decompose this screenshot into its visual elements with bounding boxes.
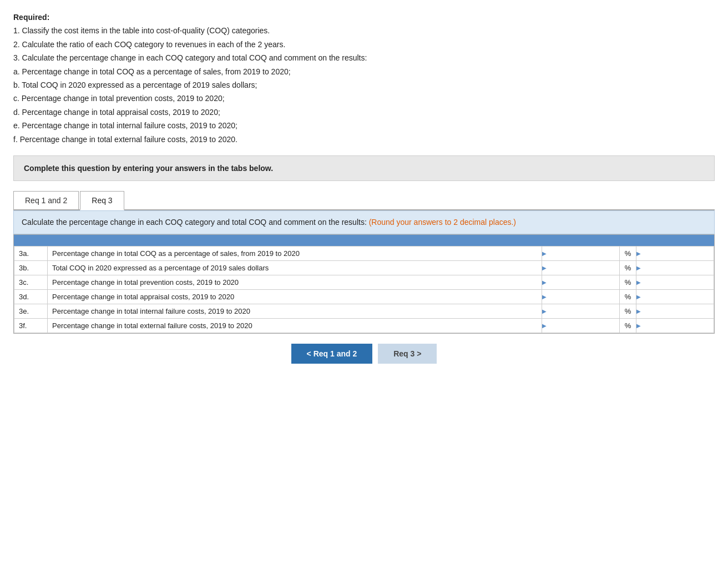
row-label-3b: 3b. bbox=[14, 260, 48, 275]
triangle-icon-3a: ▶ bbox=[542, 250, 547, 257]
row-answer-cell-3d[interactable]: ▶ bbox=[636, 289, 714, 304]
row-desc-3b: Total COQ in 2020 expressed as a percent… bbox=[48, 260, 542, 275]
required-line: a. Percentage change in total COQ as a p… bbox=[13, 66, 715, 78]
row-label-3f: 3f. bbox=[14, 318, 48, 333]
row-pct-3c: % bbox=[620, 275, 636, 289]
tabs-container: Req 1 and 2 Req 3 bbox=[13, 191, 715, 210]
row-answer-3e[interactable] bbox=[642, 305, 714, 318]
table-row: 3b. Total COQ in 2020 expressed as a per… bbox=[14, 260, 714, 275]
row-input-3a[interactable] bbox=[548, 247, 619, 260]
triangle-icon-3c: ▶ bbox=[542, 279, 547, 285]
nav-buttons: < Req 1 and 2 Req 3 > bbox=[13, 344, 715, 364]
row-input-3c[interactable] bbox=[548, 276, 619, 289]
required-line: 1. Classify the cost items in the table … bbox=[13, 24, 715, 37]
triangle-icon2-3a: ▶ bbox=[636, 250, 641, 257]
data-table: 3a. Percentage change in total COQ as a … bbox=[14, 246, 714, 333]
required-line: 3. Calculate the percentage change in ea… bbox=[13, 52, 715, 64]
table-wrapper: 3a. Percentage change in total COQ as a … bbox=[13, 234, 715, 334]
row-answer-3a[interactable] bbox=[642, 247, 714, 260]
row-label-3d: 3d. bbox=[14, 289, 48, 304]
row-answer-cell-3b[interactable]: ▶ bbox=[636, 260, 714, 275]
table-row: 3a. Percentage change in total COQ as a … bbox=[14, 246, 714, 260]
tab-req-1-and-2[interactable]: Req 1 and 2 bbox=[13, 191, 79, 209]
row-answer-3c[interactable] bbox=[642, 276, 714, 289]
required-section: Required: 1. Classify the cost items in … bbox=[13, 11, 715, 145]
required-line: 2. Calculate the ratio of each COQ categ… bbox=[13, 38, 715, 51]
row-desc-3d: Percentage change in total appraisal cos… bbox=[48, 289, 542, 304]
required-line: e. Percentage change in total internal f… bbox=[13, 119, 715, 132]
row-answer-3d[interactable] bbox=[642, 290, 714, 303]
table-row: 3e. Percentage change in total internal … bbox=[14, 304, 714, 318]
table-row: 3f. Percentage change in total external … bbox=[14, 318, 714, 333]
row-input-3f[interactable] bbox=[548, 319, 619, 332]
row-pct-3b: % bbox=[620, 260, 636, 275]
tab-req-3[interactable]: Req 3 bbox=[80, 191, 124, 210]
required-heading: Required: bbox=[13, 11, 715, 23]
prev-button[interactable]: < Req 1 and 2 bbox=[291, 344, 373, 364]
row-answer-cell-3c[interactable]: ▶ bbox=[636, 275, 714, 289]
triangle-icon2-3d: ▶ bbox=[636, 294, 641, 300]
question-note: (Round your answers to 2 decimal places.… bbox=[369, 218, 516, 227]
row-answer-cell-3e[interactable]: ▶ bbox=[636, 304, 714, 318]
row-pct-3e: % bbox=[620, 304, 636, 318]
question-text: Calculate the percentage change in each … bbox=[22, 218, 367, 227]
row-desc-3f: Percentage change in total external fail… bbox=[48, 318, 542, 333]
row-input-3d[interactable] bbox=[548, 290, 619, 303]
table-header-bar bbox=[14, 235, 714, 246]
row-desc-3a: Percentage change in total COQ as a perc… bbox=[48, 246, 542, 260]
triangle-icon-3f: ▶ bbox=[542, 323, 547, 329]
row-answer-cell-3a[interactable]: ▶ bbox=[636, 246, 714, 260]
triangle-icon-3e: ▶ bbox=[542, 308, 547, 314]
triangle-icon2-3e: ▶ bbox=[636, 308, 641, 314]
table-row: 3d. Percentage change in total appraisal… bbox=[14, 289, 714, 304]
row-input-3b[interactable] bbox=[548, 262, 619, 274]
triangle-icon2-3f: ▶ bbox=[636, 323, 641, 329]
row-input-cell-3f[interactable]: ▶ bbox=[542, 318, 620, 333]
triangle-icon2-3c: ▶ bbox=[636, 279, 641, 285]
row-input-cell-3a[interactable]: ▶ bbox=[542, 246, 620, 260]
required-line: b. Total COQ in 2020 expressed as a perc… bbox=[13, 79, 715, 91]
row-label-3a: 3a. bbox=[14, 246, 48, 260]
row-answer-cell-3f[interactable]: ▶ bbox=[636, 318, 714, 333]
row-pct-3f: % bbox=[620, 318, 636, 333]
next-button[interactable]: Req 3 > bbox=[378, 344, 437, 364]
table-row: 3c. Percentage change in total preventio… bbox=[14, 275, 714, 289]
row-answer-3f[interactable] bbox=[642, 319, 714, 332]
triangle-icon-3d: ▶ bbox=[542, 294, 547, 300]
row-label-3e: 3e. bbox=[14, 304, 48, 318]
row-input-3e[interactable] bbox=[548, 305, 619, 318]
complete-banner: Complete this question by entering your … bbox=[13, 155, 715, 181]
row-desc-3e: Percentage change in total internal fail… bbox=[48, 304, 542, 318]
row-label-3c: 3c. bbox=[14, 275, 48, 289]
row-desc-3c: Percentage change in total prevention co… bbox=[48, 275, 542, 289]
question-banner: Calculate the percentage change in each … bbox=[13, 210, 715, 234]
row-input-cell-3c[interactable]: ▶ bbox=[542, 275, 620, 289]
required-line: c. Percentage change in total prevention… bbox=[13, 92, 715, 104]
row-input-cell-3b[interactable]: ▶ bbox=[542, 260, 620, 275]
triangle-icon-3b: ▶ bbox=[542, 265, 547, 271]
row-answer-3b[interactable] bbox=[642, 262, 714, 274]
row-pct-3a: % bbox=[620, 246, 636, 260]
required-line: d. Percentage change in total appraisal … bbox=[13, 106, 715, 118]
row-input-cell-3e[interactable]: ▶ bbox=[542, 304, 620, 318]
triangle-icon2-3b: ▶ bbox=[636, 265, 641, 271]
row-input-cell-3d[interactable]: ▶ bbox=[542, 289, 620, 304]
required-line: f. Percentage change in total external f… bbox=[13, 133, 715, 145]
row-pct-3d: % bbox=[620, 289, 636, 304]
